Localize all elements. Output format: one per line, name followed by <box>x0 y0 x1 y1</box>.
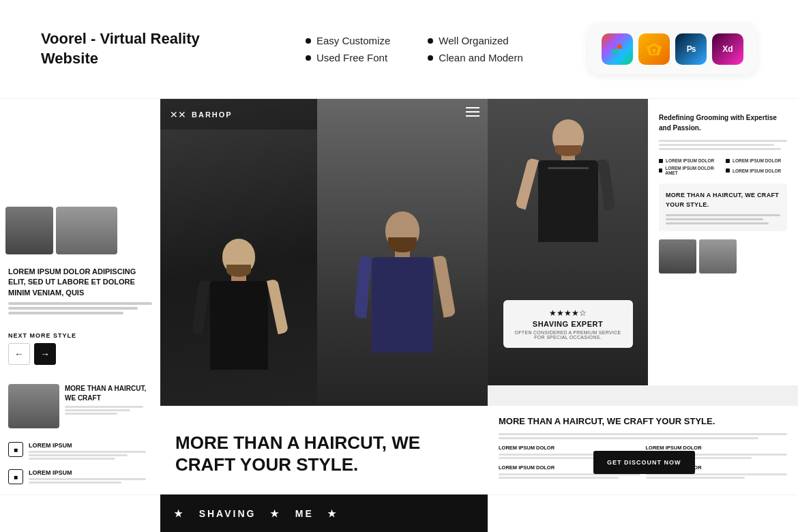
text-line <box>8 312 123 314</box>
svg-rect-0 <box>612 44 617 49</box>
right-info-panel: Redefining Grooming with Expertise and P… <box>648 99 798 385</box>
right-hero-text: MORE THAN A HAIRCUT, WE CRAFT YOUR STYLE… <box>499 415 787 428</box>
photoshop-icon: Ps <box>675 33 707 65</box>
col-line <box>499 477 619 479</box>
nav-arrows: ← → <box>8 343 152 365</box>
features-list: Easy Customize Well Organized Used Free … <box>306 35 523 63</box>
icon-item-1: ■ LOREM IPSUM <box>8 442 152 460</box>
card-subtitle: OFTEN CONSIDERED A PREMIUM SERVICE FOR S… <box>513 330 623 340</box>
icon-box-2: ■ <box>8 469 23 484</box>
icon-title-2: LOREM IPSUM <box>29 469 152 476</box>
feature-text: LOREM IPSUM DOLOR· AMET <box>665 166 720 175</box>
feature-text: LOREM IPSUM DOLOR <box>733 158 781 163</box>
icon-item-2: ■ LOREM IPSUM <box>8 469 152 484</box>
small-image-1 <box>659 239 696 274</box>
card-title: SHAVING EXPERT <box>513 320 623 328</box>
text-line <box>65 409 130 411</box>
next-label: NEXT MORE STYLE <box>8 332 152 339</box>
feature-dot <box>659 168 662 173</box>
svg-point-3 <box>617 49 622 54</box>
prev-button[interactable]: ← <box>8 343 30 365</box>
barber-figure-right <box>524 119 612 290</box>
shaving-panel: ★★★★☆ SHAVING EXPERT OFTEN CONSIDERED A … <box>488 99 648 385</box>
icon-line <box>29 478 146 480</box>
bottom-hero-title: MORE THAN A HAIRCUT, WE CRAFT YOUR STYLE… <box>175 432 473 476</box>
feature-dot <box>306 55 311 61</box>
left-panel-footer <box>0 494 160 532</box>
hamburger-menu[interactable] <box>466 107 479 117</box>
feature-clean-modern: Clean and Modern <box>428 52 522 63</box>
feature-dot <box>726 159 730 163</box>
sketch-icon <box>638 33 670 65</box>
feature-grid: LOREM IPSUM DOLOR LOREM IPSUM DOLOR LORE… <box>659 158 787 175</box>
main-content: LOREM IPSUM DOLOR ADIPISCING ELIT, SED U… <box>0 99 798 532</box>
figma-icon <box>602 33 633 65</box>
feature-well-organized: Well Organized <box>428 35 522 46</box>
nav-brand: BARHOP <box>192 110 233 119</box>
desc-line <box>659 148 781 150</box>
barber-figure-left <box>194 239 283 409</box>
next-button[interactable]: → <box>34 343 56 365</box>
tools-block: Ps Xd <box>588 24 757 74</box>
shaving-expert-card: ★★★★☆ SHAVING EXPERT OFTEN CONSIDERED A … <box>503 300 633 348</box>
band-text: ★ SHAVING ★ ME ★ <box>174 508 338 519</box>
feature-item: LOREM IPSUM DOLOR <box>726 166 787 175</box>
title-block: Voorel - Virtual Reality Website <box>41 29 200 68</box>
left-panel: LOREM IPSUM DOLOR ADIPISCING ELIT, SED U… <box>0 99 160 532</box>
bottom-hero-left: MORE THAN A HAIRCUT, WE CRAFT YOUR STYLE… <box>160 406 488 494</box>
right-panel-footer <box>488 494 798 532</box>
barber-figure-center <box>355 211 450 396</box>
text-line <box>8 302 152 305</box>
icon-items: ■ LOREM IPSUM ■ LOREM IPSUM <box>0 442 160 484</box>
right-tagline: Redefining Grooming with Expertise and P… <box>659 113 787 133</box>
text-line <box>65 406 143 408</box>
left-panel-text: LOREM IPSUM DOLOR ADIPISCING ELIT, SED U… <box>0 260 160 321</box>
bold-text: MORE THAN A HAIRCUT, WE CRAFT YOUR STYLE… <box>666 190 780 210</box>
feature-used-free-font: Used Free Font <box>306 52 400 63</box>
feature-item: LOREM IPSUM DOLOR <box>726 158 787 163</box>
left-panel-title: LOREM IPSUM DOLOR ADIPISCING ELIT, SED U… <box>8 267 152 298</box>
barber-image-1 <box>5 207 53 254</box>
small-image-2 <box>699 239 737 274</box>
bottom-title: MORE THAN A HAIRCUT, WE CRAFT <box>65 384 152 403</box>
discount-button[interactable]: GET DISCOUNT NOW <box>593 451 695 474</box>
barber-image-2 <box>56 207 117 254</box>
bottom-hero-right: MORE THAN A HAIRCUT, WE CRAFT YOUR STYLE… <box>488 406 798 494</box>
svg-rect-1 <box>612 49 617 54</box>
desc-line <box>659 144 774 146</box>
svg-marker-6 <box>652 48 656 53</box>
feature-dot <box>726 168 730 173</box>
text-line <box>666 214 780 216</box>
feature-dot <box>428 55 433 61</box>
bottom-band-center: ★ SHAVING ★ ME ★ <box>160 494 488 532</box>
next-more-section: NEXT MORE STYLE ← → <box>0 327 160 370</box>
page-header: Voorel - Virtual Reality Website Easy Cu… <box>0 0 798 99</box>
desc-line <box>659 140 787 142</box>
icon-line <box>29 454 128 456</box>
feature-item: LOREM IPSUM DOLOR· AMET <box>659 166 720 175</box>
text-line <box>65 413 117 415</box>
svg-rect-2 <box>617 44 622 49</box>
text-line <box>666 218 763 220</box>
feature-text: LOREM IPSUM DOLOR <box>666 158 714 163</box>
bold-text-block: MORE THAN A HAIRCUT, WE CRAFT YOUR STYLE… <box>659 183 787 231</box>
icon-line <box>29 482 121 484</box>
feature-dot <box>306 38 311 44</box>
page-title: Voorel - Virtual Reality Website <box>41 29 200 68</box>
line <box>499 433 787 435</box>
left-panel-lines <box>8 302 152 314</box>
col-line <box>646 477 745 479</box>
bottom-barber-image <box>8 384 59 428</box>
feature-dot <box>428 38 433 44</box>
panel-navbar: ✕✕ BARHOP <box>160 99 317 130</box>
barber-head <box>385 211 419 249</box>
icon-box-1: ■ <box>8 442 23 457</box>
left-panel-images <box>0 201 160 260</box>
rating-stars: ★★★★☆ <box>513 308 623 318</box>
left-bottom-section: MORE THAN A HAIRCUT, WE CRAFT <box>0 377 160 435</box>
feature-text: LOREM IPSUM DOLOR <box>733 168 781 173</box>
icon-title-1: LOREM IPSUM <box>29 442 152 449</box>
line <box>499 437 758 439</box>
text-line <box>666 222 769 224</box>
feature-dot <box>659 159 663 163</box>
